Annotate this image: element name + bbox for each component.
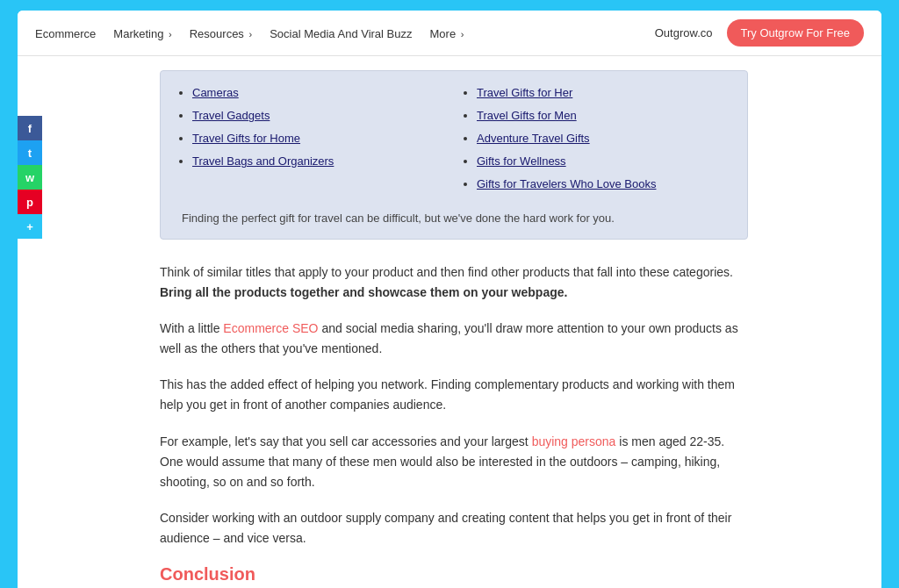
toc-list-right: Travel Gifts for Her Travel Gifts for Me… [463,85,730,190]
toc-description: Finding the perfect gift for travel can … [178,212,730,225]
chevron-icon: › [461,29,464,39]
toc-box: Cameras Travel Gadgets Travel Gifts for … [160,70,748,240]
toc-column-right: Travel Gifts for Her Travel Gifts for Me… [463,85,730,199]
facebook-share-button[interactable]: f [18,116,42,140]
nav-item-social[interactable]: Social Media And Viral Buzz [270,26,412,40]
nav-item-ecommerce[interactable]: Ecommerce [35,26,96,40]
para-3: This has the added effect of helping you… [160,375,748,415]
toc-column-left: Cameras Travel Gadgets Travel Gifts for … [178,85,445,199]
para-4: For example, let's say that you sell car… [160,432,748,492]
toc-item-travel-bags[interactable]: Travel Bags and Organizers [192,154,445,168]
chevron-icon: › [248,29,252,39]
nav-item-resources[interactable]: Resources › [190,26,252,40]
toc-item-wellness-gifts[interactable]: Gifts for Wellness [477,154,730,168]
nav-item-marketing[interactable]: Marketing › [113,26,171,40]
chevron-icon: › [169,29,172,39]
toc-list-left: Cameras Travel Gadgets Travel Gifts for … [178,85,445,168]
toc-item-gifts-men[interactable]: Travel Gifts for Men [477,108,730,122]
nav-links: Ecommerce Marketing › Resources › Social… [35,26,464,40]
para-2-before: With a little [160,321,223,335]
generic-share-button[interactable]: + [18,214,42,239]
toc-item-cameras[interactable]: Cameras [192,85,445,99]
social-sidebar: f t w p + [18,116,42,239]
para-1-bold: Bring all the products together and show… [160,285,567,299]
toc-item-gifts-her[interactable]: Travel Gifts for Her [477,85,730,99]
nav-item-more[interactable]: More › [430,26,464,40]
toc-item-adventure-gifts[interactable]: Adventure Travel Gifts [477,131,730,145]
toc-item-travel-gadgets[interactable]: Travel Gadgets [192,108,445,122]
buying-persona-link[interactable]: buying persona [532,434,616,448]
pinterest-share-button[interactable]: p [18,190,42,214]
para-5: Consider working with an outdoor supply … [160,508,748,549]
para-2: With a little Ecommerce SEO and social m… [160,319,748,359]
brand-name: Outgrow.co [655,26,713,39]
navbar: Ecommerce Marketing › Resources › Social… [18,11,881,56]
toc-item-travel-gifts-home[interactable]: Travel Gifts for Home [192,131,445,145]
body-content: Think of similar titles that apply to yo… [160,254,748,588]
para-1: Think of similar titles that apply to yo… [160,262,748,303]
twitter-share-button[interactable]: t [18,140,42,165]
content-area: Cameras Travel Gadgets Travel Gifts for … [98,70,801,588]
para-4-before: For example, let's say that you sell car… [160,434,532,448]
conclusion-heading: Conclusion [160,564,748,584]
toc-columns: Cameras Travel Gadgets Travel Gifts for … [178,85,730,199]
try-outgrow-button[interactable]: Try Outgrow For Free [727,19,864,47]
para-1-text: Think of similar titles that apply to yo… [160,265,733,279]
nav-right: Outgrow.co Try Outgrow For Free [655,19,864,47]
toc-item-book-gifts[interactable]: Gifts for Travelers Who Love Books [477,176,730,190]
whatsapp-share-button[interactable]: w [18,165,42,190]
ecommerce-seo-link[interactable]: Ecommerce SEO [223,321,318,335]
